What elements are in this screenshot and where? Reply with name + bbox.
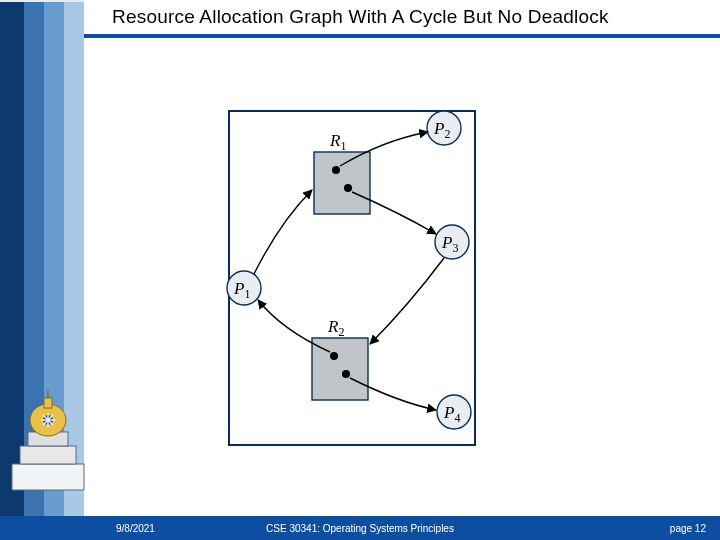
- process-P4: P4: [437, 395, 471, 429]
- svg-rect-20: [44, 398, 52, 408]
- process-P2: P2: [427, 111, 461, 145]
- label-P1: P: [233, 279, 244, 298]
- svg-point-5: [330, 352, 338, 360]
- slide-title: Resource Allocation Graph With A Cycle B…: [112, 6, 609, 28]
- svg-rect-17: [20, 446, 76, 464]
- label-P3-sub: 3: [452, 241, 458, 255]
- label-P3: P: [441, 233, 452, 252]
- svg-text:R2: R2: [327, 317, 344, 339]
- footer-date: 9/8/2021: [116, 523, 155, 534]
- footer-page: page 12: [670, 523, 706, 534]
- label-R2: R: [327, 317, 339, 336]
- svg-point-6: [342, 370, 350, 378]
- resource-R1: R1: [314, 131, 370, 214]
- label-P2: P: [433, 119, 444, 138]
- label-P1-sub: 1: [244, 287, 250, 301]
- footer-bar: 9/8/2021 CSE 30341: Operating Systems Pr…: [0, 516, 720, 540]
- resource-allocation-graph: R1 R2 P1 P2 P3 P4: [84, 42, 720, 496]
- svg-rect-16: [12, 464, 84, 490]
- label-P4: P: [443, 403, 454, 422]
- svg-point-1: [332, 166, 340, 174]
- resource-R2: R2: [312, 317, 368, 400]
- edge-P1-to-R1: [254, 190, 312, 274]
- title-bar: Resource Allocation Graph With A Cycle B…: [84, 0, 720, 38]
- label-R1-sub: 1: [340, 139, 346, 153]
- label-P2-sub: 2: [444, 127, 450, 141]
- svg-rect-0: [314, 152, 370, 214]
- process-P1: P1: [227, 271, 261, 305]
- dome-logo: [6, 388, 90, 500]
- svg-text:R1: R1: [329, 131, 346, 153]
- label-R2-sub: 2: [338, 325, 344, 339]
- label-R1: R: [329, 131, 341, 150]
- edge-P3-to-R2: [370, 258, 444, 344]
- svg-point-2: [344, 184, 352, 192]
- footer-course: CSE 30341: Operating Systems Principles: [266, 523, 454, 534]
- label-P4-sub: 4: [454, 411, 460, 425]
- process-P3: P3: [435, 225, 469, 259]
